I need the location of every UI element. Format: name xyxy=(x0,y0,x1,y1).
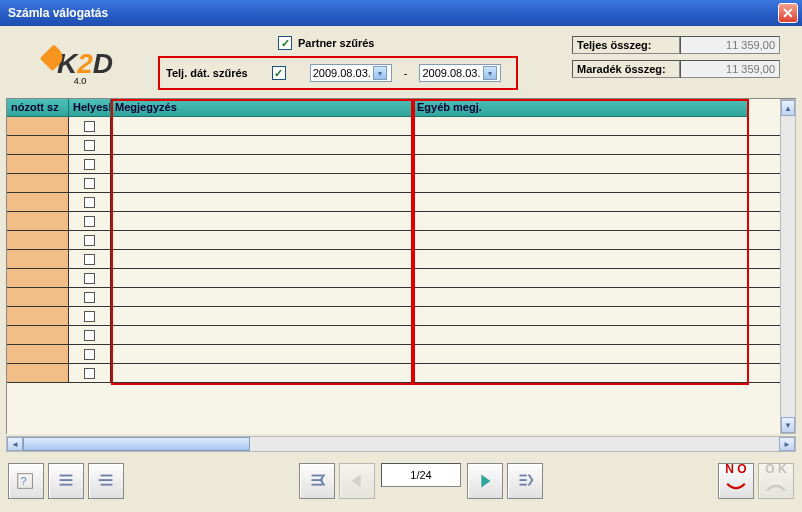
cell-egyeb[interactable] xyxy=(413,117,749,135)
column-header-nozott[interactable]: nózott sz xyxy=(7,99,69,117)
table-row[interactable] xyxy=(7,269,780,288)
table-row[interactable] xyxy=(7,174,780,193)
cell-nozott[interactable] xyxy=(7,155,69,173)
cell-megjegyzes[interactable] xyxy=(111,364,413,382)
cell-nozott[interactable] xyxy=(7,174,69,192)
table-row[interactable] xyxy=(7,231,780,250)
column-header-helyes[interactable]: Helyesl xyxy=(69,99,111,117)
cell-egyeb[interactable] xyxy=(413,269,749,287)
close-button[interactable]: ✕ xyxy=(778,3,798,23)
row-checkbox[interactable] xyxy=(84,254,95,265)
table-row[interactable] xyxy=(7,250,780,269)
date-filter-checkbox[interactable] xyxy=(272,66,286,80)
cell-nozott[interactable] xyxy=(7,250,69,268)
row-checkbox[interactable] xyxy=(84,311,95,322)
column-header-egyeb[interactable]: Egyéb megj. xyxy=(413,99,749,117)
scroll-up-icon[interactable]: ▲ xyxy=(781,100,795,116)
cell-helyes[interactable] xyxy=(69,307,111,325)
table-row[interactable] xyxy=(7,288,780,307)
table-row[interactable] xyxy=(7,212,780,231)
cell-egyeb[interactable] xyxy=(413,364,749,382)
row-checkbox[interactable] xyxy=(84,159,95,170)
ok-button[interactable]: O K xyxy=(758,463,794,499)
row-checkbox[interactable] xyxy=(84,330,95,341)
cell-megjegyzes[interactable] xyxy=(111,193,413,211)
table-row[interactable] xyxy=(7,117,780,136)
cell-megjegyzes[interactable] xyxy=(111,307,413,325)
cell-helyes[interactable] xyxy=(69,212,111,230)
cell-helyes[interactable] xyxy=(69,326,111,344)
first-page-button[interactable] xyxy=(299,463,335,499)
cell-megjegyzes[interactable] xyxy=(111,212,413,230)
cell-nozott[interactable] xyxy=(7,193,69,211)
cell-helyes[interactable] xyxy=(69,136,111,154)
scroll-right-icon[interactable]: ► xyxy=(779,437,795,451)
cell-helyes[interactable] xyxy=(69,250,111,268)
cell-egyeb[interactable] xyxy=(413,288,749,306)
cell-nozott[interactable] xyxy=(7,307,69,325)
table-row[interactable] xyxy=(7,345,780,364)
row-checkbox[interactable] xyxy=(84,368,95,379)
table-row[interactable] xyxy=(7,326,780,345)
cell-egyeb[interactable] xyxy=(413,212,749,230)
row-checkbox[interactable] xyxy=(84,197,95,208)
list-button-1[interactable] xyxy=(48,463,84,499)
row-checkbox[interactable] xyxy=(84,140,95,151)
list-button-2[interactable] xyxy=(88,463,124,499)
cell-megjegyzes[interactable] xyxy=(111,231,413,249)
table-row[interactable] xyxy=(7,136,780,155)
cell-egyeb[interactable] xyxy=(413,155,749,173)
row-checkbox[interactable] xyxy=(84,273,95,284)
cell-nozott[interactable] xyxy=(7,326,69,344)
cell-megjegyzes[interactable] xyxy=(111,136,413,154)
cell-nozott[interactable] xyxy=(7,364,69,382)
table-row[interactable] xyxy=(7,307,780,326)
cell-nozott[interactable] xyxy=(7,345,69,363)
cell-megjegyzes[interactable] xyxy=(111,174,413,192)
next-page-button[interactable] xyxy=(467,463,503,499)
row-checkbox[interactable] xyxy=(84,216,95,227)
cell-nozott[interactable] xyxy=(7,231,69,249)
cell-megjegyzes[interactable] xyxy=(111,250,413,268)
vertical-scrollbar[interactable]: ▲ ▼ xyxy=(780,99,796,434)
chevron-down-icon[interactable]: ▾ xyxy=(373,66,387,80)
cell-helyes[interactable] xyxy=(69,269,111,287)
table-row[interactable] xyxy=(7,155,780,174)
row-checkbox[interactable] xyxy=(84,121,95,132)
cell-helyes[interactable] xyxy=(69,345,111,363)
table-row[interactable] xyxy=(7,364,780,383)
cell-egyeb[interactable] xyxy=(413,326,749,344)
horizontal-scrollbar[interactable]: ◄ ► xyxy=(6,436,796,452)
cell-egyeb[interactable] xyxy=(413,193,749,211)
cell-megjegyzes[interactable] xyxy=(111,155,413,173)
scroll-down-icon[interactable]: ▼ xyxy=(781,417,795,433)
cell-nozott[interactable] xyxy=(7,136,69,154)
partner-filter-checkbox[interactable] xyxy=(278,36,292,50)
cell-helyes[interactable] xyxy=(69,117,111,135)
cell-megjegyzes[interactable] xyxy=(111,326,413,344)
prev-page-button[interactable] xyxy=(339,463,375,499)
cell-nozott[interactable] xyxy=(7,269,69,287)
cell-egyeb[interactable] xyxy=(413,136,749,154)
chevron-down-icon[interactable]: ▾ xyxy=(483,66,497,80)
cell-nozott[interactable] xyxy=(7,288,69,306)
cell-egyeb[interactable] xyxy=(413,345,749,363)
row-checkbox[interactable] xyxy=(84,292,95,303)
cell-helyes[interactable] xyxy=(69,193,111,211)
column-header-megjegyzes[interactable]: Megjegyzés xyxy=(111,99,413,117)
cell-helyes[interactable] xyxy=(69,155,111,173)
cell-nozott[interactable] xyxy=(7,212,69,230)
scroll-left-icon[interactable]: ◄ xyxy=(7,437,23,451)
row-checkbox[interactable] xyxy=(84,349,95,360)
cell-megjegyzes[interactable] xyxy=(111,288,413,306)
cell-egyeb[interactable] xyxy=(413,250,749,268)
cell-megjegyzes[interactable] xyxy=(111,117,413,135)
cell-helyes[interactable] xyxy=(69,174,111,192)
cell-nozott[interactable] xyxy=(7,117,69,135)
table-row[interactable] xyxy=(7,193,780,212)
cancel-button[interactable]: N O xyxy=(718,463,754,499)
cell-megjegyzes[interactable] xyxy=(111,269,413,287)
row-checkbox[interactable] xyxy=(84,235,95,246)
cell-helyes[interactable] xyxy=(69,231,111,249)
date-to-select[interactable]: 2009.08.03. ▾ xyxy=(419,64,501,82)
